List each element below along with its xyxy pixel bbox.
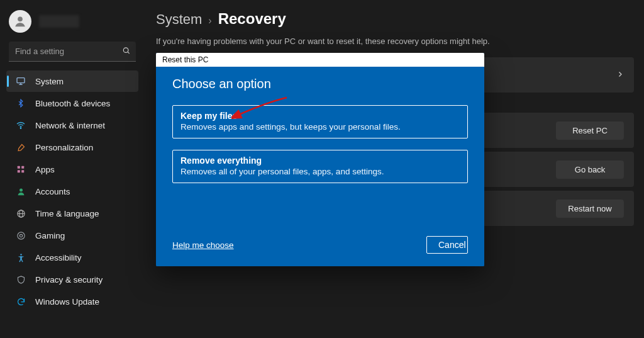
search-container: [9, 42, 136, 62]
dialog-heading: Choose an option: [172, 77, 468, 91]
nav-item-accounts[interactable]: Accounts: [6, 181, 138, 202]
nav-item-personalization[interactable]: Personalization: [6, 137, 138, 158]
account-icon: [15, 186, 26, 197]
search-input[interactable]: [9, 42, 136, 62]
settings-sidebar: System Bluetooth & devices Network & int…: [0, 0, 145, 338]
nav-label: Windows Update: [35, 297, 99, 307]
nav-item-apps[interactable]: Apps: [6, 159, 138, 180]
svg-point-6: [20, 128, 21, 128]
gaming-icon: [15, 230, 26, 241]
nav-label: System: [35, 77, 64, 86]
avatar: [9, 10, 31, 33]
dialog-footer: Help me choose Cancel: [172, 236, 468, 254]
nav-label: Apps: [35, 165, 55, 174]
globe-icon: [15, 208, 26, 219]
update-icon: [15, 296, 26, 307]
dialog-title: Reset this PC: [162, 55, 208, 64]
wifi-icon: [15, 120, 26, 131]
page-subtitle: If you're having problems with your PC o…: [156, 37, 634, 46]
apps-icon: [15, 164, 26, 175]
breadcrumb: System › Recovery: [156, 9, 634, 34]
svg-line-2: [128, 52, 130, 54]
nav-item-gaming[interactable]: Gaming: [6, 225, 138, 246]
restart-now-button[interactable]: Restart now: [556, 200, 624, 218]
user-profile-row[interactable]: [5, 6, 140, 42]
chevron-right-icon: [616, 70, 624, 80]
chevron-right-icon: ›: [208, 15, 211, 26]
nav-list: System Bluetooth & devices Network & int…: [5, 70, 140, 312]
cancel-button[interactable]: Cancel: [426, 236, 468, 254]
dialog-titlebar: Reset this PC: [156, 53, 484, 67]
help-me-choose-link[interactable]: Help me choose: [172, 240, 234, 250]
nav-label: Personalization: [35, 143, 93, 152]
nav-label: Accounts: [35, 187, 70, 196]
nav-label: Gaming: [35, 231, 65, 240]
svg-rect-3: [17, 78, 25, 83]
svg-point-17: [20, 254, 22, 256]
option-desc: Removes apps and settings, but keeps you…: [180, 122, 460, 132]
go-back-button[interactable]: Go back: [556, 161, 624, 179]
reset-pc-dialog: Reset this PC Choose an option Keep my f…: [156, 53, 484, 266]
option-title: Keep my files: [180, 111, 460, 121]
svg-rect-8: [21, 166, 24, 169]
nav-item-network[interactable]: Network & internet: [6, 115, 138, 136]
user-name-redacted: [39, 15, 79, 28]
svg-point-1: [123, 48, 128, 53]
system-icon: [15, 76, 26, 87]
nav-item-bluetooth[interactable]: Bluetooth & devices: [6, 93, 138, 114]
brush-icon: [15, 142, 26, 153]
svg-point-16: [19, 234, 22, 237]
svg-rect-7: [18, 166, 20, 169]
svg-point-0: [18, 16, 23, 21]
option-title: Remove everything: [180, 155, 460, 166]
svg-point-15: [17, 232, 24, 239]
nav-label: Time & language: [35, 209, 99, 218]
option-desc: Removes all of your personal files, apps…: [180, 167, 460, 176]
dialog-body: Choose an option Keep my files Removes a…: [156, 67, 484, 266]
nav-item-privacy[interactable]: Privacy & security: [6, 269, 138, 290]
nav-label: Accessibility: [35, 253, 82, 262]
option-remove-everything[interactable]: Remove everything Removes all of your pe…: [172, 150, 468, 183]
nav-item-time-language[interactable]: Time & language: [6, 203, 138, 224]
bluetooth-icon: [15, 98, 26, 109]
nav-label: Bluetooth & devices: [35, 99, 110, 108]
reset-pc-button[interactable]: Reset PC: [556, 121, 624, 140]
svg-rect-10: [21, 170, 24, 172]
svg-rect-9: [18, 170, 20, 172]
accessibility-icon: [15, 252, 26, 263]
nav-item-accessibility[interactable]: Accessibility: [6, 247, 138, 268]
nav-item-system[interactable]: System: [6, 70, 138, 92]
shield-icon: [15, 274, 26, 285]
page-title: Recovery: [218, 10, 286, 28]
breadcrumb-parent[interactable]: System: [156, 11, 202, 28]
person-icon: [13, 14, 27, 28]
nav-label: Network & internet: [35, 121, 105, 130]
svg-point-11: [19, 188, 23, 191]
option-keep-my-files[interactable]: Keep my files Removes apps and settings,…: [172, 105, 468, 138]
nav-label: Privacy & security: [35, 275, 103, 284]
search-icon: [122, 47, 131, 57]
nav-item-windows-update[interactable]: Windows Update: [6, 291, 138, 312]
